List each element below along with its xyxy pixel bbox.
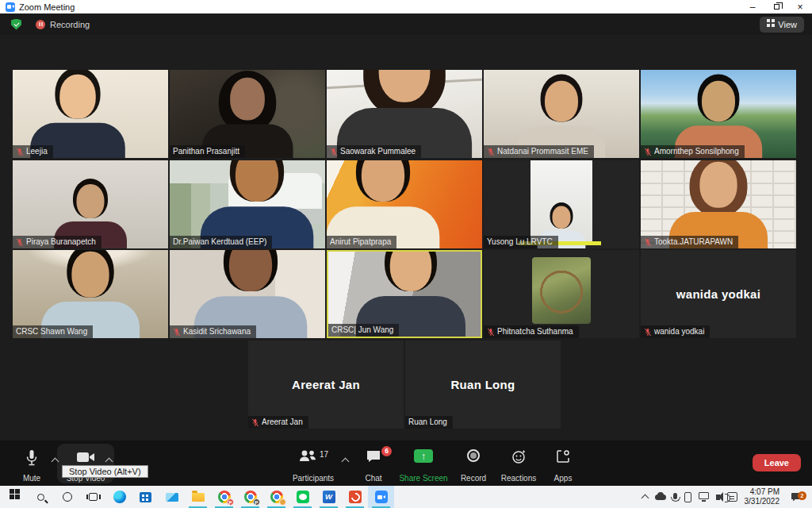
record-button[interactable]: Record: [454, 447, 493, 483]
video-tile-15[interactable]: wanida yodkaiwanida yodkai: [641, 250, 796, 338]
video-tile-13[interactable]: CRSC| Jun Wang: [327, 250, 482, 338]
chat-icon: [366, 449, 381, 464]
participants-count: 17: [320, 450, 328, 459]
muted-mic-icon: [251, 418, 259, 427]
participant-name-label: Phitnatcha Suthanma: [484, 325, 579, 338]
taskbar-icon-file-explorer[interactable]: [185, 486, 211, 508]
microphone-icon: [25, 449, 38, 467]
video-tile-1[interactable]: Leejia: [13, 70, 168, 158]
taskbar-icon-task-view[interactable]: [80, 486, 106, 508]
video-tile-3[interactable]: Saowarak Pummalee: [327, 70, 482, 158]
participant-name-label: Anirut Pipatprapa: [327, 236, 396, 248]
muted-mic-icon: [644, 148, 652, 156]
video-tile-6[interactable]: Piraya Buranapetch: [13, 160, 168, 248]
tray-icon-tray-expand[interactable]: [642, 493, 648, 501]
taskbar-icon-start[interactable]: [2, 486, 28, 508]
reactions-label: Reactions: [501, 474, 536, 483]
video-tile-12[interactable]: Kasidit Srichawana: [170, 250, 325, 338]
taskbar-icon-line[interactable]: [289, 486, 316, 508]
taskbar-icon-search[interactable]: [28, 486, 54, 508]
participant-name-label: Saowarak Pummalee: [327, 145, 421, 158]
video-tile-10[interactable]: Tookta.JATURAPAWN: [641, 160, 796, 248]
taskbar-icon-chrome-profile-2[interactable]: P: [237, 486, 263, 508]
taskbar-icon-zoom[interactable]: [368, 486, 394, 508]
tray-icon-microphone[interactable]: [673, 495, 677, 499]
muted-mic-icon: [644, 238, 652, 247]
mute-button[interactable]: Mute: [10, 447, 54, 483]
video-tile-8[interactable]: Anirut Pipatprapa: [327, 160, 482, 248]
participant-name-label: CRSC| Jun Wang: [328, 324, 399, 337]
taskbar-clock[interactable]: 4:07 PM 3/31/2022: [745, 487, 780, 506]
tray-icon-volume[interactable]: [716, 495, 720, 500]
tray-icon-your-phone[interactable]: [684, 492, 691, 502]
apps-icon: [556, 449, 570, 464]
participants-button[interactable]: 17 Participants: [279, 447, 347, 483]
stop-video-tooltip: Stop Video (Alt+V): [62, 465, 148, 478]
record-label: Record: [461, 474, 486, 483]
muted-mic-icon: [16, 148, 24, 156]
reactions-button[interactable]: Reactions: [496, 447, 541, 483]
taskbar-icon-pdf[interactable]: [342, 486, 368, 508]
leave-button[interactable]: Leave: [753, 454, 801, 471]
clock-time: 4:07 PM: [750, 487, 779, 497]
participant-name-label: CRSC Shawn Wang: [13, 325, 93, 338]
muted-mic-icon: [16, 238, 24, 247]
tray-icon-onedrive[interactable]: [655, 495, 666, 500]
up-arrow-icon: ↑: [421, 451, 426, 462]
chat-button[interactable]: Chat 6: [354, 447, 393, 483]
muted-mic-icon: [173, 328, 181, 337]
share-screen-label: Share Screen: [399, 474, 447, 483]
video-grid: LeejiaPanithan PrasanjittSaowarak Pummal…: [0, 0, 812, 508]
apps-label: Apps: [554, 474, 573, 483]
zoom-meeting-window: Zoom Meeting – × Recording View LeejiaPa…: [0, 0, 812, 508]
video-tile-2[interactable]: Panithan Prasanjitt: [170, 70, 325, 158]
participant-name-label: Leejia: [13, 145, 53, 158]
apps-button[interactable]: Apps: [546, 447, 580, 483]
action-center-button[interactable]: 2: [787, 493, 807, 502]
share-screen-icon: ↑: [414, 449, 433, 463]
share-screen-button[interactable]: ↑ Share Screen: [396, 447, 450, 483]
participant-name-label: Panithan Prasanjitt: [170, 145, 245, 158]
video-tile-11[interactable]: CRSC Shawn Wang: [13, 250, 168, 338]
chat-label: Chat: [365, 474, 381, 483]
video-tile-16[interactable]: Areerat JanAreerat Jan: [248, 341, 404, 429]
participants-label: Participants: [293, 474, 334, 483]
taskbar-icon-chrome-profile-3[interactable]: [263, 486, 289, 508]
muted-mic-icon: [330, 148, 338, 156]
video-tile-17[interactable]: Ruan LongRuan Long: [405, 341, 561, 429]
video-tile-5[interactable]: Amornthep Sonsilphong: [641, 70, 796, 158]
taskbar-icon-mail[interactable]: [159, 486, 185, 508]
participant-name-label: Dr.Paiwan Kerdtuad (EEP): [170, 236, 272, 248]
participant-name-label: wanida yodkai: [641, 325, 710, 338]
taskbar-icon-edge[interactable]: [106, 486, 132, 508]
participant-name-label: Kasidit Srichawana: [170, 325, 256, 338]
participant-name-label: Yusong Lu LRVTC: [484, 236, 558, 248]
muted-mic-icon: [487, 328, 495, 337]
participant-name-label: Ruan Long: [405, 416, 453, 429]
windows-taskbar: PP 4:07 PM 3/31/2022 2: [0, 486, 812, 508]
meeting-toolbar: Mute Stop Video Stop Video (Alt+V) 17 Pa…: [0, 441, 812, 486]
taskbar-icon-store[interactable]: [132, 486, 159, 508]
taskbar-icon-word[interactable]: [316, 486, 342, 508]
video-tile-14[interactable]: Phitnatcha Suthanma: [484, 250, 639, 338]
taskbar-icon-cortana[interactable]: [54, 486, 80, 508]
participant-name-label: Areerat Jan: [248, 416, 308, 429]
camera-icon: [76, 449, 95, 465]
video-tile-9[interactable]: Yusong Lu LRVTC: [484, 160, 639, 248]
chat-unread-badge: 6: [381, 446, 392, 456]
video-tile-4[interactable]: Natdanai Prommasit EME: [484, 70, 639, 158]
record-icon: [467, 449, 480, 462]
participant-name-label: Amornthep Sonsilphong: [641, 145, 745, 158]
tray-icon-language-indicator[interactable]: [727, 492, 737, 502]
system-tray: 4:07 PM 3/31/2022 2: [642, 486, 812, 508]
clock-date: 3/31/2022: [745, 497, 780, 506]
participant-name-label: Piraya Buranapetch: [13, 236, 102, 248]
muted-mic-icon: [487, 148, 495, 156]
taskbar-apps: PP: [0, 486, 394, 508]
participant-name-label: Natdanai Prommasit EME: [484, 145, 594, 158]
video-tile-7[interactable]: Dr.Paiwan Kerdtuad (EEP): [170, 160, 325, 248]
taskbar-icon-chrome-profile-1[interactable]: P: [211, 486, 237, 508]
mute-label: Mute: [23, 474, 40, 483]
reactions-smiley-icon: [511, 449, 527, 464]
tray-icon-network[interactable]: [699, 495, 709, 499]
